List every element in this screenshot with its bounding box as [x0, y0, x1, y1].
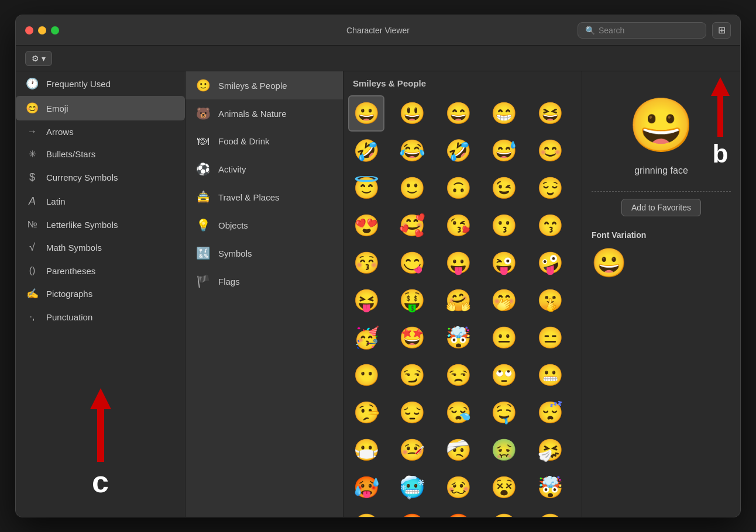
emoji-cell[interactable]: 😘	[440, 208, 476, 244]
sidebar-item-letterlike[interactable]: № Letterlike Symbols	[16, 213, 185, 236]
emoji-cell[interactable]: 🤯	[532, 469, 568, 506]
emoji-cell[interactable]: 😒	[440, 357, 476, 393]
middle-item-flags[interactable]: 🏴 Flags	[185, 267, 343, 295]
settings-button[interactable]: ⚙ ▾	[25, 51, 52, 66]
emoji-cell[interactable]: 😭	[532, 507, 568, 517]
emoji-cell[interactable]: 😉	[486, 170, 523, 206]
search-placeholder: Search	[599, 26, 624, 35]
sidebar-item-bullets[interactable]: ✳ Bullets/Stars	[16, 143, 185, 165]
emoji-cell[interactable]: 😬	[532, 357, 568, 393]
emoji-cell[interactable]: 🤧	[532, 432, 568, 468]
sidebar-item-emoji[interactable]: 😊 Emoji	[16, 96, 185, 120]
emoji-cell[interactable]: 🤑	[394, 282, 431, 319]
font-variation-label: Font Variation	[592, 230, 731, 240]
emoji-cell[interactable]: 🤣	[348, 133, 384, 169]
sidebar-item-latin[interactable]: A Latin	[16, 189, 185, 213]
emoji-cell[interactable]: 🤕	[440, 432, 476, 468]
emoji-cell[interactable]: 😆	[532, 95, 568, 132]
close-button[interactable]	[25, 26, 33, 34]
emoji-cell[interactable]: 😅	[486, 133, 523, 169]
sidebar-item-label: Math Symbols	[46, 243, 102, 253]
emoji-cell[interactable]: 😏	[394, 357, 431, 393]
add-to-favorites-button[interactable]: Add to Favorites	[621, 199, 701, 216]
emoji-cell[interactable]: 😠	[348, 507, 384, 517]
middle-item-food[interactable]: 🍽 Food & Drink	[185, 127, 343, 155]
emoji-cell[interactable]: 🥵	[348, 469, 384, 506]
emoji-cell[interactable]: 😐	[486, 320, 523, 356]
emoji-cell[interactable]: 😂	[394, 133, 431, 169]
emoji-cell[interactable]: 😄	[440, 95, 476, 132]
currency-icon: $	[25, 171, 39, 184]
character-viewer-window: Character Viewer 🔍 Search ⊞ ⚙ ▾ 🕐 Freque…	[15, 15, 741, 517]
emoji-cell[interactable]: 😙	[532, 208, 568, 244]
sidebar-item-math[interactable]: √ Math Symbols	[16, 236, 185, 260]
content-area: 🕐 Frequently Used 😊 Emoji → Arrows ✳ Bul…	[16, 71, 740, 517]
emoji-cell[interactable]: 😌	[532, 170, 568, 206]
emoji-cell[interactable]: 😝	[348, 282, 384, 319]
arrow-c-shaft	[97, 409, 104, 462]
minimize-button[interactable]	[38, 26, 46, 34]
sidebar-item-label: Arrows	[46, 127, 74, 137]
emoji-cell[interactable]: 😪	[440, 395, 476, 431]
emoji-cell[interactable]: 🤗	[440, 282, 476, 319]
emoji-cell[interactable]: 🥳	[348, 320, 384, 356]
emoji-cell[interactable]: 😃	[394, 95, 431, 132]
sidebar-item-currency[interactable]: $ Currency Symbols	[16, 165, 185, 189]
emoji-cell[interactable]: 😋	[394, 245, 431, 281]
emoji-cell[interactable]: 😊	[532, 133, 568, 169]
middle-item-objects[interactable]: 💡 Objects	[185, 211, 343, 239]
emoji-cell[interactable]: 🤫	[532, 282, 568, 319]
middle-item-activity[interactable]: ⚽ Activity	[185, 155, 343, 183]
emoji-cell[interactable]: 🤥	[348, 395, 384, 431]
middle-item-smileys[interactable]: 🙂 Smileys & People	[185, 71, 343, 99]
emoji-cell[interactable]: 🤢	[486, 432, 523, 468]
emoji-cell[interactable]: 🙄	[486, 357, 523, 393]
sidebar-item-parentheses[interactable]: () Parentheses	[16, 260, 185, 282]
maximize-button[interactable]	[51, 26, 59, 34]
emoji-cell[interactable]: 🤯	[440, 320, 476, 356]
emoji-cell[interactable]: 🥰	[394, 208, 431, 244]
emoji-cell[interactable]: 🥴	[440, 469, 476, 506]
sidebar-item-frequently-used[interactable]: 🕐 Frequently Used	[16, 71, 185, 96]
search-bar[interactable]: 🔍 Search	[578, 22, 706, 39]
sidebar-item-label: Currency Symbols	[46, 172, 118, 182]
sidebar-item-punctuation[interactable]: ·, Punctuation	[16, 306, 185, 328]
emoji-cell[interactable]: 😀	[348, 95, 384, 132]
emoji-cell[interactable]: 😔	[394, 395, 431, 431]
middle-item-travel[interactable]: 🚖 Travel & Places	[185, 183, 343, 211]
emoji-cell[interactable]: 😴	[532, 395, 568, 431]
sidebar-item-label: Pictographs	[46, 289, 92, 299]
emoji-cell[interactable]: 🤩	[394, 320, 431, 356]
emoji-cell[interactable]: 😍	[348, 208, 384, 244]
sidebar-item-label: Latin	[46, 196, 66, 206]
emoji-cell[interactable]: 🤤	[486, 395, 523, 431]
sidebar-item-pictographs[interactable]: ✍ Pictographs	[16, 282, 185, 306]
traffic-lights	[25, 26, 59, 34]
emoji-cell[interactable]: 🤬	[440, 507, 476, 517]
emoji-cell[interactable]: 🥶	[394, 469, 431, 506]
emoji-cell[interactable]: 😤	[486, 507, 523, 517]
emoji-grid-panel: Smileys & People 😀😃😄😁😆🤣😂🤣😅😊😇🙂🙃😉😌😍🥰😘😗😙😚😋😛…	[343, 71, 582, 517]
emoji-cell[interactable]: 😑	[532, 320, 568, 356]
emoji-cell[interactable]: 😡	[394, 507, 431, 517]
emoji-cell[interactable]: 😷	[348, 432, 384, 468]
emoji-cell[interactable]: 🙂	[394, 170, 431, 206]
emoji-cell[interactable]: 😗	[486, 208, 523, 244]
emoji-cell[interactable]: 🤒	[394, 432, 431, 468]
middle-item-symbols[interactable]: 🔣 Symbols	[185, 239, 343, 267]
emoji-cell[interactable]: 😵	[486, 469, 523, 506]
emoji-cell[interactable]: 😁	[486, 95, 523, 132]
emoji-cell[interactable]: 🤭	[486, 282, 523, 319]
emoji-cell[interactable]: 🙃	[440, 170, 476, 206]
emoji-cell[interactable]: 🤪	[532, 245, 568, 281]
emoji-cell[interactable]: 😛	[440, 245, 476, 281]
emoji-cell[interactable]: 😇	[348, 170, 384, 206]
grid-view-button[interactable]: ⊞	[712, 22, 731, 39]
window-title: Character Viewer	[346, 26, 410, 35]
emoji-cell[interactable]: 😜	[486, 245, 523, 281]
emoji-cell[interactable]: 😶	[348, 357, 384, 393]
middle-item-animals[interactable]: 🐻 Animals & Nature	[185, 99, 343, 127]
emoji-cell[interactable]: 😚	[348, 245, 384, 281]
sidebar-item-arrows[interactable]: → Arrows	[16, 120, 185, 143]
emoji-cell[interactable]: 🤣	[440, 133, 476, 169]
